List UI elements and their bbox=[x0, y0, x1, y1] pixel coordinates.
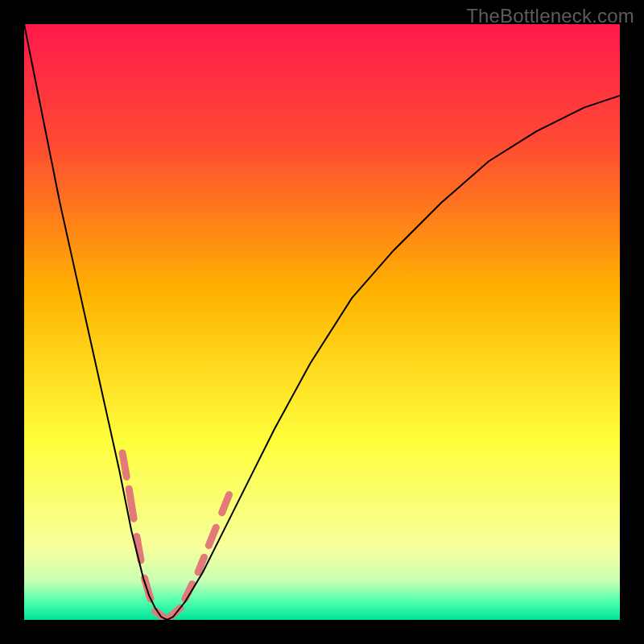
chart-frame bbox=[24, 24, 620, 620]
watermark-text: TheBottleneck.com bbox=[466, 5, 634, 27]
gradient-background bbox=[24, 24, 620, 620]
dash-marker bbox=[122, 453, 126, 477]
dash-marker bbox=[129, 489, 134, 518]
chart-svg bbox=[24, 24, 620, 620]
